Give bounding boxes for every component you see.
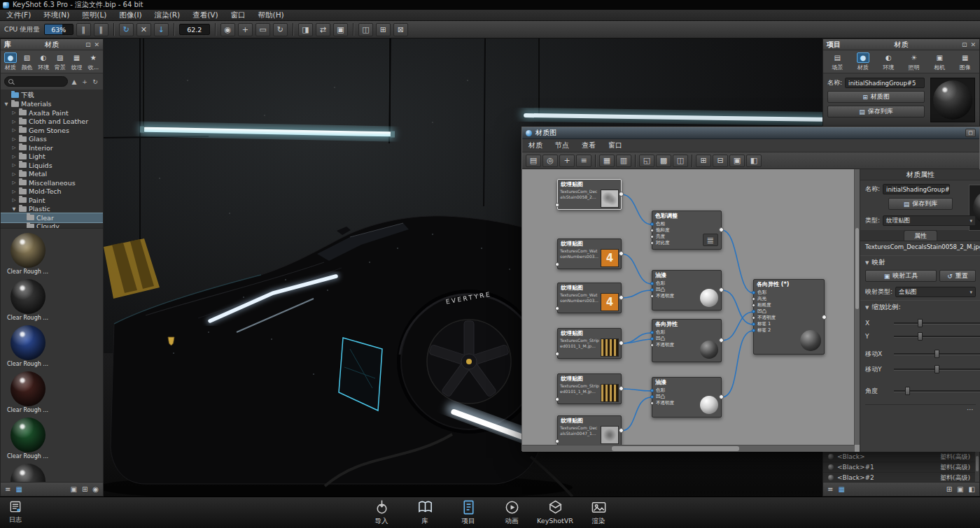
library-tab-backplates[interactable]: ▨背景: [52, 52, 69, 71]
pin-dot[interactable]: [650, 241, 654, 245]
project-tab-image[interactable]: ▦图像: [956, 52, 974, 71]
download-icon[interactable]: ↓: [154, 23, 169, 36]
tool-icon-3[interactable]: ↻: [273, 23, 288, 36]
output-socket[interactable]: [619, 295, 624, 300]
animation-button[interactable]: 动画: [493, 499, 531, 526]
graph-node-texture-5[interactable]: 纹理贴图 TexturesCom_Striped0101_1_M.jp...: [557, 373, 622, 404]
footer-icon[interactable]: ▣: [70, 485, 76, 493]
menu-window[interactable]: 窗口: [225, 10, 252, 20]
slider-track[interactable]: [894, 390, 980, 392]
graph-tool-icon-5[interactable]: ▥: [616, 155, 631, 167]
material-preview-tile[interactable]: [930, 78, 975, 122]
graph-node-texture-4[interactable]: 纹理贴图 TexturesCom_Striped0101_1_M.jp...: [557, 328, 622, 359]
tool-icon-4[interactable]: ◨: [298, 23, 313, 36]
graph-tool-icon-0[interactable]: ▤: [526, 155, 541, 167]
graph-tool-icon-8[interactable]: ◫: [673, 155, 688, 167]
material-thumbnail[interactable]: Clear Rough ...: [5, 418, 50, 459]
slider-knob[interactable]: [934, 365, 939, 373]
tree-item-cloudy[interactable]: Cloudy: [1, 222, 103, 229]
pin-dot[interactable]: [650, 389, 654, 392]
mapping-section-header[interactable]: ▼映射: [860, 255, 980, 269]
graph-tool-icon-7[interactable]: ▩: [656, 155, 671, 167]
graph-node-texture-1[interactable]: 纹理贴图 TexturesCom_DecalsStain0058_2...: [557, 179, 622, 210]
output-socket[interactable]: [719, 287, 724, 292]
grid-view-icon[interactable]: ▦: [838, 485, 844, 493]
graph-tool-icon-10[interactable]: ⊟: [713, 155, 728, 167]
pin-dot[interactable]: [650, 337, 654, 341]
pin-dot[interactable]: [650, 229, 654, 232]
output-socket[interactable]: [619, 251, 624, 256]
input-socket[interactable]: [555, 262, 559, 266]
tool-icon-1[interactable]: +: [238, 23, 253, 36]
cpu-usage-value[interactable]: 63%: [44, 24, 74, 35]
pin-dot[interactable]: [650, 288, 654, 292]
output-socket[interactable]: [719, 394, 724, 399]
material-thumbnail[interactable]: Clear Rough ...: [5, 371, 50, 413]
zoom-value[interactable]: 62.2: [179, 24, 210, 35]
material-graph-button[interactable]: ⊞材质图: [827, 91, 925, 103]
close-panel-icon[interactable]: ✕: [970, 41, 976, 48]
mapping-tool-button[interactable]: ▣映射工具: [865, 270, 937, 282]
pin-dot[interactable]: [650, 395, 654, 399]
graph-menu-window[interactable]: 窗口: [602, 139, 629, 152]
float-panel-icon[interactable]: ⊡: [962, 41, 967, 48]
graph-node-anisotropic[interactable]: 各向异性 色彩 凹凸 不透明度: [652, 319, 722, 362]
library-dock-button[interactable]: 库: [406, 499, 444, 526]
graph-tool-icon-2[interactable]: +: [559, 155, 575, 167]
output-socket[interactable]: [822, 315, 827, 320]
project-tab-environment[interactable]: ◐环境: [879, 52, 897, 71]
graph-window-titlebar[interactable]: 材质图 ▢: [522, 127, 979, 139]
input-socket[interactable]: [555, 352, 559, 356]
tree-item[interactable]: ▷Liquids: [1, 161, 103, 170]
tool-icon-6[interactable]: ▣: [333, 23, 348, 36]
tree-item[interactable]: ▷Mold-Tech: [1, 187, 103, 197]
pin-dot[interactable]: [650, 222, 654, 226]
scale-section-header[interactable]: ▼缩放比例:: [860, 300, 980, 313]
graph-node-root-anisotropic[interactable]: 各向异性 (*) 色彩 高光 粗糙度 凹凸 不透明度 标签 1 标签 2: [753, 279, 825, 355]
pause-render-button[interactable]: ‖: [76, 23, 91, 36]
graph-node-paint-2[interactable]: 油漆 色彩 凹凸 不透明度: [652, 377, 722, 418]
tree-item-plastic[interactable]: ▼Plastic: [1, 205, 103, 214]
slider-track[interactable]: [894, 353, 980, 355]
input-socket[interactable]: [555, 439, 559, 443]
pin-dot[interactable]: [650, 343, 654, 347]
tree-item[interactable]: ▷Glass: [1, 135, 103, 144]
library-tab-materials[interactable]: ●材质: [2, 52, 19, 71]
list-view-icon[interactable]: ≡: [5, 485, 10, 493]
slider-track[interactable]: [894, 369, 980, 371]
list-view-icon[interactable]: ≡: [827, 485, 833, 493]
slider-knob[interactable]: [918, 319, 923, 327]
save-to-library-button[interactable]: ▤保存到库: [827, 106, 925, 117]
pause-updates-button[interactable]: ‖: [94, 23, 108, 36]
pin-dot[interactable]: [752, 297, 755, 301]
graph-menu-material[interactable]: 材质: [522, 139, 549, 152]
footer-icon[interactable]: ▣: [957, 485, 963, 493]
input-socket[interactable]: [555, 306, 559, 311]
library-tab-environments[interactable]: ◐环境: [35, 52, 52, 71]
material-thumbnail[interactable]: Clear Rough ...: [5, 279, 50, 321]
graph-tool-icon-1[interactable]: ◎: [542, 155, 558, 167]
input-socket[interactable]: [555, 203, 559, 207]
project-tab-camera[interactable]: ▣相机: [930, 52, 948, 71]
graph-menu-view[interactable]: 查看: [575, 139, 602, 152]
pin-dot[interactable]: [650, 235, 654, 238]
close-icon[interactable]: ✕: [136, 23, 151, 36]
graph-tool-icon-11[interactable]: ▣: [729, 155, 745, 167]
material-name-field[interactable]: initialShadingGroup#5: [845, 78, 925, 88]
tree-item[interactable]: ▷Interior: [1, 143, 103, 152]
pin-dot[interactable]: [650, 294, 654, 298]
tool-icon-0[interactable]: ◉: [220, 23, 235, 36]
project-tab-material[interactable]: ●材质: [854, 52, 872, 71]
menu-environment[interactable]: 环境(N): [37, 10, 76, 20]
add-folder-icon[interactable]: +: [80, 78, 89, 85]
search-input[interactable]: [4, 76, 68, 87]
output-socket[interactable]: [719, 227, 724, 232]
maximize-window-icon[interactable]: ▢: [965, 129, 976, 137]
mapping-type-dropdown[interactable]: 盒贴图▾: [895, 287, 976, 297]
type-dropdown[interactable]: 纹理贴图▾: [883, 215, 976, 226]
menu-file[interactable]: 文件(F): [0, 10, 37, 20]
menu-view[interactable]: 查看(V): [186, 10, 224, 20]
graph-tool-icon-9[interactable]: ⊞: [696, 155, 711, 167]
menu-image[interactable]: 图像(I): [113, 10, 148, 20]
material-list-row[interactable]: <Black> 塑料(高级): [823, 452, 979, 462]
